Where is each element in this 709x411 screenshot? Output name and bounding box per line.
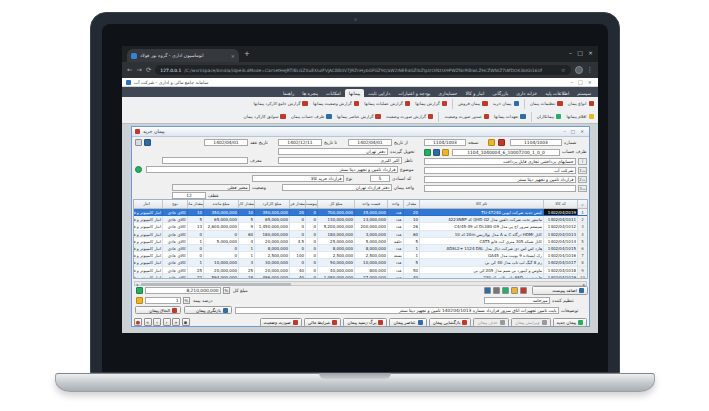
add-attachment-button[interactable]: اضافه پیوست [532,286,588,295]
grid-cell[interactable]: 1,450,000,000 [254,223,289,230]
ribbon-button[interactable]: گزارش پیمانها [415,101,447,107]
ribbon-tab-item[interactable]: انبار و کالا [461,89,488,97]
grid-cell[interactable]: 40 [289,274,305,279]
grid-cell[interactable]: 25 [187,267,203,274]
window-maximize-button[interactable]: □ [571,129,577,134]
grid-cell[interactable]: انبار کامپیوتر و قطعات [133,223,162,230]
grid-cell[interactable]: 25 [238,267,254,274]
grid-cell[interactable]: 10 [577,274,587,279]
grid-cell[interactable]: 2,600,000,000 [203,223,238,230]
ribbon-button[interactable]: اقلام پیمانها [566,114,594,120]
back-icon[interactable]: ← [127,66,132,74]
grid-column-header[interactable]: مبلغ کارکرد [254,200,289,208]
grid-cell[interactable]: 0 [305,238,317,245]
grid-cell[interactable]: 0 [289,216,305,223]
atf-field[interactable]: 12 [172,192,206,199]
grid-cell[interactable]: 9 [577,267,587,274]
grid-cell[interactable]: 25,000,000 [317,238,354,245]
grid-cell[interactable]: 60 [403,231,419,238]
type-field[interactable]: قرارداد خرید کالا [252,175,344,182]
grid-cell[interactable]: 0 [289,245,305,252]
tab-close-icon[interactable]: × [231,53,235,59]
grid-cell[interactable]: 2,500,000 [254,252,289,259]
grid-cell[interactable]: 486,000,000 [254,274,289,279]
to-date-field[interactable]: 1402/12/11 [278,139,322,146]
tafsili3-field[interactable] [424,185,576,192]
grid-cell[interactable]: 350,000,000 [254,209,289,216]
browser-close-button[interactable]: × [588,49,593,56]
from-date-field[interactable]: 1402/04/01 [348,139,392,146]
grid-column-header[interactable]: کد کالا [543,200,577,208]
grid-cell[interactable]: 0 [289,223,305,230]
grid-cell[interactable]: 0 [203,252,238,259]
grid-cell[interactable]: 30,000,000 [254,259,289,266]
observer-field[interactable]: اکبر اکبری [278,157,402,164]
ribbon-button[interactable]: تنظیمات پیمان [530,101,563,107]
excel-icon[interactable] [502,287,509,294]
grid-row[interactable]: 101402/04/1019هارد سرور SSD ولتر پلاس کد… [134,274,587,279]
ribbon-button[interactable]: گزارش وضعیت پیمانها [313,101,359,107]
grid-cell[interactable]: کابل شبکه 305 متری کت فایو CAT5 [419,238,543,245]
tafsili2-field[interactable]: قرارداد تامین و تجهیز دیتا سنتر [424,176,576,183]
grid-cell[interactable]: 10,000,000 [354,259,387,266]
ribbon-tab-item[interactable]: سیستم [573,89,595,97]
grid-cell[interactable]: 1402/04/1018 [543,267,577,274]
grid-cell[interactable]: کالای عادی [162,252,187,259]
ribbon-button[interactable]: گزارش جامع کارکرد پیمانها [254,101,308,107]
grid-cell[interactable]: ماوس و کیبورد بی سیم مدل 205 کی بی [419,267,543,274]
grid-cell[interactable]: مانیتور تخت شرکت دلفین مدل QHD G2 کد 422… [419,216,543,223]
ribbon-tab-item[interactable]: بازرگانی [488,89,512,97]
grid-cell[interactable]: 1402/04/1014 [543,238,577,245]
regulator-field[interactable]: میرحامد [484,297,550,304]
unit-field[interactable]: دفتر قرارداد تهران [282,184,392,191]
grid-cell[interactable]: عدد [387,245,403,252]
grid-cell[interactable]: عدد [387,267,403,274]
record-icon[interactable]: ● [134,318,142,326]
app-close-button[interactable]: × [588,79,594,85]
grid-cell[interactable]: 65,000,000 [203,216,238,223]
grid-cell[interactable]: هارد اس اس دی شرکت دیال مدل ADSL2+ 1124 … [419,245,543,252]
grid-cell[interactable]: 0 [305,252,317,259]
ribbon-button[interactable]: گزارش عملیات پیمانها [364,101,410,107]
app-maximize-button[interactable]: □ [578,79,585,85]
grid-cell[interactable]: 60 [238,231,254,238]
grid-row[interactable]: 51402/04/1014کابل شبکه 305 متری کت فایو … [134,238,587,245]
address-bar[interactable]: 127.0.0.1 /C:/workspace/bindia/ldpe3LdMo… [155,65,570,75]
grid-cell[interactable]: 0 [203,245,238,252]
grid-column-header[interactable]: مقدار فرعی [289,200,305,208]
grid-cell[interactable]: انبار کامپیوتر و قطعات [133,209,162,216]
grid-row[interactable]: 11402/04/2019کیس جدید شرکت ایوبی TU-4724… [134,209,587,216]
grid-cell[interactable]: 5,000,000 [354,238,387,245]
merge-contract-button[interactable]: الحاق پیمان [135,306,181,314]
grid-cell[interactable]: 1,080,000,000 [317,274,354,279]
grid-cell[interactable]: کیس جدید شرکت ایوبی TU-47240 [419,209,543,216]
grid-cell[interactable]: 10 [403,216,419,223]
action-button[interactable]: عناصر پیمان [389,318,426,327]
grid-cell[interactable]: 200,000,000 [354,223,387,230]
grid-cell[interactable]: 1402/04/1011 [543,216,577,223]
grid-cell[interactable]: 3 [238,259,254,266]
grid-cell[interactable]: رم 8 گیگ لپ تاپ مدل 40 کی بی [419,259,543,266]
action-button[interactable]: صورت وضعیت [260,318,302,327]
grid-cell[interactable]: 0 [187,252,203,259]
account-search-icon[interactable] [442,149,449,156]
tafsili1-field[interactable]: شرکت آب [424,167,576,174]
scroll-thumb[interactable] [141,283,291,286]
grid-cell[interactable]: کالای عادی [162,245,187,252]
grid-cell[interactable]: 10 [187,209,203,216]
grid-cell[interactable]: 18 [238,274,254,279]
number-field[interactable]: 1104/1003 [510,139,562,146]
grid-column-header[interactable]: واحد [387,200,403,208]
grid-cell[interactable]: 8 [577,259,587,266]
grid-cell[interactable]: 3 [577,223,587,230]
grid-cell[interactable]: 20,000,000 [203,267,238,274]
grid-cell[interactable]: عدد [387,209,403,216]
insurance-field[interactable]: 1 [145,297,181,304]
print-icon[interactable] [493,287,500,294]
grid-column-header[interactable]: مقدار [403,200,419,208]
grid-cell[interactable]: 13,000,000 [354,216,387,223]
grid-cell[interactable]: 22 [187,274,203,279]
grid-cell[interactable]: کالای عادی [162,238,187,245]
grid-cell[interactable]: بسته [387,252,403,259]
grid-cell[interactable]: کالای عادی [162,223,187,230]
